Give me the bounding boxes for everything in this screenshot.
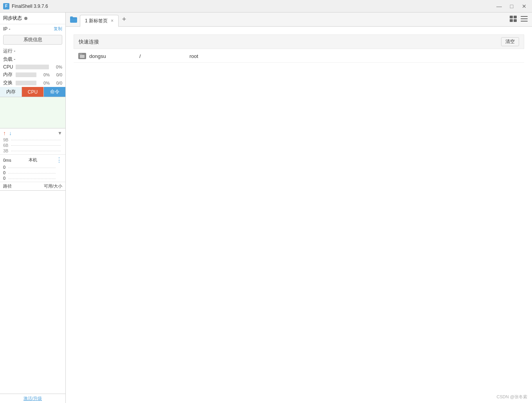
net-val-9b: 9B [3,137,62,143]
swap-ratio: 0/0 [51,81,62,85]
sys-info-button[interactable]: 系统信息 [3,35,62,45]
tab-close-icon[interactable]: × [111,18,114,23]
disk-col-size: 可用/大小 [39,183,62,189]
net-val-label-1: 9B [3,137,8,142]
ping-label: 0ms [3,158,11,163]
clear-button[interactable]: 清空 [501,37,519,46]
disk-header: 路径 可用/大小 [0,182,65,191]
add-tab-button[interactable]: + [119,14,130,25]
net-val-label-3: 3B [3,148,8,153]
tab-bar: 1 新标签页 × + [66,13,532,27]
running-label: 运行 - [3,48,15,54]
load-label: 负载 - [3,56,15,62]
quick-connect-header: 快速连接 清空 [74,34,524,49]
ping-right: 本机 [29,157,37,163]
sync-dot [24,17,27,20]
net-expand-icon: ▼ [58,130,62,136]
title-bar: F FinalShell 3.9.7.6 — □ ✕ [0,0,532,13]
connection-path: / [139,53,186,59]
net-values: 9B 6B 3B [0,137,65,154]
sync-status-row: 同步状态 [0,13,65,24]
watermark: CSDN @张冬索 [497,394,527,400]
network-section: ↑ ↓ ▼ 9B 6B 3B [0,128,65,155]
tab-command[interactable]: 命令 [44,87,65,97]
disk-col-path: 路径 [3,183,39,189]
ping-header: 0ms 本机 ⋮ [0,155,65,164]
download-icon: ↓ [9,130,12,136]
svg-rect-4 [521,16,528,17]
connection-icon [78,53,86,59]
net-val-6b: 6B [3,143,62,148]
swap-row: 交换 0% 0/0 [0,79,65,87]
ping-val-3: 0 [3,175,62,181]
ping-val-2: 0 [3,170,62,175]
menu-button[interactable] [519,15,529,24]
monitor-tabs: 内存 CPU 命令 [0,87,65,97]
tab-label: 1 新标签页 [85,18,108,24]
tab-actions [509,15,532,24]
cpu-progress-bg [16,65,49,69]
app-body: 同步状态 IP - 复制 系统信息 运行 - 负载 - CPU 0% 内存 [0,13,532,403]
cpu-row: CPU 0% [0,63,65,70]
load-label-row: 负载 - [0,55,65,63]
cpu-label: CPU [3,64,14,70]
app-title: FinalShell 3.9.7.6 [12,4,494,9]
minimize-button[interactable]: — [494,2,504,11]
copy-button[interactable]: 复制 [54,26,62,32]
mem-value: 0% [38,72,50,77]
app-icon: F [3,3,9,9]
mem-progress-bg [16,72,36,77]
sidebar: 同步状态 IP - 复制 系统信息 运行 - 负载 - CPU 0% 内存 [0,13,66,403]
connection-row[interactable]: dongsu / root [74,50,524,63]
net-val-3b: 3B [3,148,62,154]
tab-new[interactable]: 1 新标签页 × [80,15,119,27]
ip-row: IP - 复制 [0,24,65,33]
net-val-label-2: 6B [3,143,8,148]
svg-rect-2 [510,19,513,22]
connection-name: dongsu [89,53,136,59]
upload-icon: ↑ [3,130,6,136]
swap-progress-bg [16,81,36,85]
ping-vals: 0 0 0 [0,164,65,181]
activate-link[interactable]: 激活/升级 [23,396,42,401]
tab-cpu[interactable]: CPU [22,87,44,97]
monitor-chart [0,97,65,128]
svg-rect-5 [521,18,528,19]
disk-section: 路径 可用/大小 [0,182,65,394]
quick-connect-title: 快速连接 [79,38,99,45]
mem-row: 内存 0% 0/0 [0,70,65,79]
tab-memory[interactable]: 内存 [0,87,22,97]
svg-rect-3 [514,19,517,22]
connection-user: root [189,53,198,59]
net-header: ↑ ↓ ▼ [0,129,65,137]
close-button[interactable]: ✕ [519,2,529,11]
ip-label: IP - [3,26,10,32]
disk-body [0,191,65,394]
ping-dots-icon: ⋮ [56,156,62,164]
svg-rect-0 [510,16,513,18]
svg-rect-6 [521,21,528,22]
mem-ratio: 0/0 [51,72,62,77]
svg-rect-8 [80,55,85,58]
ping-section: 0ms 本机 ⋮ 0 0 0 [0,155,65,182]
grid-view-button[interactable] [509,15,518,24]
swap-value: 0% [38,81,50,85]
folder-button[interactable] [67,13,80,26]
cpu-value: 0% [50,65,62,69]
sync-label: 同步状态 [3,15,22,22]
mem-label: 内存 [3,71,14,78]
bottom-bar: 激活/升级 [0,394,65,403]
swap-label: 交换 [3,80,14,86]
quick-connect-area: 快速连接 清空 dongsu / root [66,27,532,403]
svg-rect-1 [514,16,517,18]
window-controls: — □ ✕ [494,2,529,11]
ping-val-1: 0 [3,164,62,170]
running-row: 运行 - [0,47,65,55]
svg-rect-9 [79,53,82,55]
maximize-button[interactable]: □ [507,2,516,11]
main-content: 1 新标签页 × + [66,13,532,403]
